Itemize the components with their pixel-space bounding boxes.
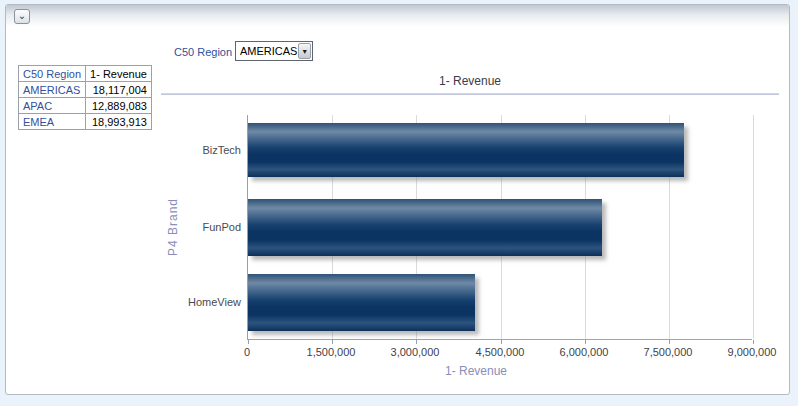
x-tick-labels: 01,500,0003,000,0004,500,0006,000,0007,5… [247, 346, 752, 360]
x-tick-mark [753, 340, 754, 344]
x-tick-mark [501, 340, 502, 344]
revenue-cell-apac: 12,889,083 [86, 98, 152, 114]
panel-header-band [6, 5, 789, 27]
x-tick-mark [585, 340, 586, 344]
prompt-label: C50 Region [174, 46, 232, 58]
bar-biztech[interactable] [248, 123, 684, 177]
region-revenue-table: C50 Region 1- Revenue AMERICAS 18,117,00… [18, 65, 152, 130]
x-tick-label: 0 [244, 346, 250, 358]
region-cell-apac[interactable]: APAC [19, 98, 86, 114]
x-tick-label: 1,500,000 [307, 346, 356, 358]
chart-title-divider [161, 93, 779, 95]
chevron-down-icon: ⌄ [18, 10, 26, 21]
x-tick-label: 9,000,000 [728, 346, 777, 358]
category-label-biztech: BizTech [156, 144, 241, 156]
revenue-cell-emea: 18,993,913 [86, 114, 152, 130]
x-tick-label: 3,000,000 [391, 346, 440, 358]
table-row: AMERICAS 18,117,004 [19, 82, 152, 98]
table-row: EMEA 18,993,913 [19, 114, 152, 130]
region-cell-americas[interactable]: AMERICAS [19, 82, 86, 98]
dropdown-arrow-button[interactable]: ▼ [298, 43, 311, 59]
gridline [753, 115, 754, 339]
region-dropdown-value: AMERICAS [236, 45, 297, 57]
table-row: APAC 12,889,083 [19, 98, 152, 114]
column-header-revenue: 1- Revenue [86, 66, 152, 82]
x-tick-mark [416, 340, 417, 344]
region-dropdown[interactable]: AMERICAS ▼ [235, 41, 313, 61]
dashboard-panel: ⌄ C50 Region 1- Revenue AMERICAS 18,117,… [5, 4, 790, 395]
revenue-cell-americas: 18,117,004 [86, 82, 152, 98]
column-header-region: C50 Region [19, 66, 86, 82]
chevron-down-icon: ▼ [301, 48, 308, 55]
chart-title: 1- Revenue [161, 74, 779, 88]
x-axis-title: 1- Revenue [206, 364, 746, 378]
bar-homeview[interactable] [248, 274, 475, 331]
x-tick-label: 6,000,000 [560, 346, 609, 358]
x-tick-label: 7,500,000 [644, 346, 693, 358]
bar-funpod[interactable] [248, 199, 602, 256]
collapse-section-button[interactable]: ⌄ [14, 9, 30, 24]
table-header-row: C50 Region 1- Revenue [19, 66, 152, 82]
region-cell-emea[interactable]: EMEA [19, 114, 86, 130]
plot-area [247, 115, 752, 340]
x-tick-label: 4,500,000 [476, 346, 525, 358]
x-tick-mark [669, 340, 670, 344]
y-axis-title: P4 Brand [166, 198, 180, 256]
category-label-homeview: HomeView [156, 296, 241, 308]
x-tick-mark [248, 340, 249, 344]
x-tick-mark [332, 340, 333, 344]
